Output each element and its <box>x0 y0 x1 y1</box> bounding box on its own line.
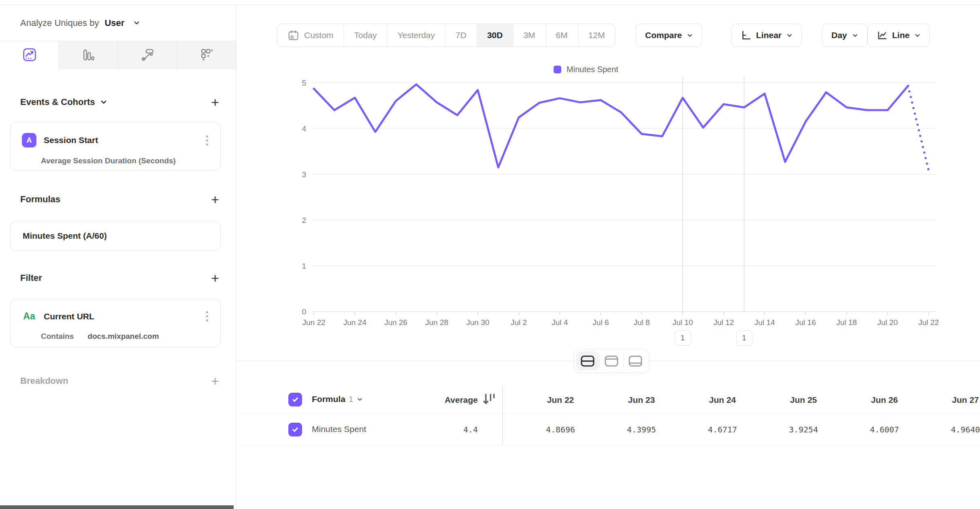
column-header-date[interactable]: Jun 26 <box>844 395 925 405</box>
chevron-down-icon[interactable] <box>133 19 140 26</box>
row-series-label: Minutes Spent <box>312 424 366 434</box>
chart-only-view-button[interactable] <box>600 351 623 370</box>
select-all-checkbox[interactable] <box>288 393 302 406</box>
x-tick-label: Jul 6 <box>592 318 609 327</box>
column-header-date[interactable]: Jun 25 <box>763 395 844 405</box>
table-header-row: Formula 1 Average Jun 22Jun 23Jun 24Jun … <box>236 385 980 414</box>
filter-card[interactable]: Aa Current URL Contains docs.mixpanel.co… <box>10 299 221 347</box>
table-only-view-button[interactable] <box>624 351 647 370</box>
events-cohorts-label[interactable]: Events & Cohorts <box>20 97 95 107</box>
column-header-average[interactable]: Average <box>398 395 478 405</box>
line-chart-area[interactable]: Minutes Spent 012345Jun 22Jun 24Jun 26Ju… <box>236 53 980 355</box>
chart-style-label: Line <box>892 30 910 40</box>
filter-property[interactable]: Current URL <box>44 312 94 321</box>
range-custom[interactable]: Custom <box>277 24 344 47</box>
scale-button[interactable]: Linear <box>731 24 802 47</box>
formula-card[interactable]: Minutes Spent (A/60) <box>10 221 221 251</box>
filter-operator[interactable]: Contains <box>41 332 74 341</box>
range-6m[interactable]: 6M <box>546 24 578 47</box>
range-7d[interactable]: 7D <box>445 24 477 47</box>
tab-flows[interactable] <box>118 41 177 69</box>
formula-expression[interactable]: Minutes Spent (A/60) <box>11 221 220 250</box>
granularity-button[interactable]: Day <box>822 24 867 47</box>
compare-label: Compare <box>645 30 682 40</box>
column-header-date[interactable]: Jun 22 <box>520 395 601 405</box>
chart-only-view-icon <box>604 355 619 367</box>
formulas-label: Formulas <box>20 194 60 205</box>
filter-value[interactable]: docs.mixpanel.com <box>87 332 159 341</box>
chevron-down-icon <box>852 32 858 38</box>
tab-retention[interactable] <box>177 41 236 69</box>
column-header-date[interactable]: Jun 24 <box>682 395 763 405</box>
range-12m[interactable]: 12M <box>578 24 615 47</box>
y-tick-label: 2 <box>302 216 306 225</box>
formulas-heading: Formulas + <box>0 191 236 208</box>
chevron-down-icon <box>914 32 920 38</box>
line-chart[interactable]: 012345Jun 22Jun 24Jun 26Jun 28Jun 30Jul … <box>236 53 980 355</box>
add-formula-button[interactable]: + <box>211 193 219 205</box>
x-tick-label: Jul 4 <box>552 318 568 327</box>
events-cohorts-heading: Events & Cohorts + <box>0 94 236 111</box>
kebab-menu-icon[interactable] <box>205 310 210 323</box>
add-event-button[interactable]: + <box>211 96 219 108</box>
calendar-icon <box>288 30 299 41</box>
formula-group-header[interactable]: Formula 1 <box>312 394 363 404</box>
event-card[interactable]: A Session Start Average Session Duration… <box>10 122 221 171</box>
add-filter-button[interactable]: + <box>211 272 219 284</box>
scale-label: Linear <box>756 30 782 40</box>
check-icon <box>292 396 299 403</box>
add-breakdown-button[interactable]: + <box>211 375 219 387</box>
retention-grid-icon <box>200 48 214 63</box>
cell-value: 4.8696 <box>520 425 601 434</box>
x-tick-label: Jun 28 <box>425 318 448 327</box>
y-tick-label: 1 <box>302 262 306 270</box>
y-tick-label: 0 <box>302 308 306 316</box>
analyze-uniques-header: Analyze Uniques by User <box>0 5 236 41</box>
analyze-uniques-value[interactable]: User <box>104 18 124 28</box>
range-3m[interactable]: 3M <box>513 24 545 47</box>
sidebar-horizontal-scrollbar[interactable] <box>0 505 234 509</box>
range-today[interactable]: Today <box>344 24 387 47</box>
y-tick-label: 3 <box>302 170 306 179</box>
x-tick-label: Jun 22 <box>302 318 325 327</box>
row-average-value: 4.4 <box>398 425 478 434</box>
column-header-date[interactable]: Jun 27 <box>925 395 980 405</box>
check-icon <box>292 426 299 433</box>
tab-line-chart[interactable] <box>0 41 59 69</box>
linear-axis-icon <box>741 30 751 41</box>
column-header-date[interactable]: Jun 23 <box>601 395 682 405</box>
row-checkbox[interactable] <box>288 423 302 436</box>
x-tick-label: Jul 18 <box>836 318 857 327</box>
x-tick-label: Jul 2 <box>511 318 527 327</box>
date-range-picker: CustomTodayYesterday7D30D3M6M12M <box>277 24 616 47</box>
x-tick-label: Jul 20 <box>877 318 898 327</box>
flows-icon <box>141 48 155 63</box>
string-property-icon: Aa <box>22 311 36 322</box>
cell-value: 4.6007 <box>844 425 925 434</box>
filter-label: Filter <box>20 273 42 283</box>
table-row[interactable]: Minutes Spent 4.4 4.86964.39954.67173.92… <box>236 414 980 445</box>
tab-bar-chart[interactable] <box>59 41 118 69</box>
range-yesterday[interactable]: Yesterday <box>387 24 445 47</box>
split-view-button[interactable] <box>576 351 599 370</box>
compare-button[interactable]: Compare <box>636 24 702 47</box>
series-line <box>314 84 908 167</box>
range-30d[interactable]: 30D <box>477 24 513 47</box>
x-tick-label: Jul 16 <box>795 318 816 327</box>
kebab-menu-icon[interactable] <box>205 134 210 147</box>
filter-heading: Filter + <box>0 269 236 287</box>
event-title[interactable]: Session Start <box>44 135 98 145</box>
sort-descending-icon[interactable] <box>482 393 496 408</box>
annotation-count-badge[interactable]: 1 <box>736 330 752 346</box>
chart-type-tabs <box>0 41 236 69</box>
event-measurement[interactable]: Average Session Duration (Seconds) <box>11 148 220 176</box>
x-tick-label: Jun 24 <box>343 318 366 327</box>
cell-value: 3.9254 <box>763 425 844 434</box>
cell-value: 4.3995 <box>601 425 682 434</box>
chevron-down-icon[interactable] <box>100 98 107 106</box>
chart-style-button[interactable]: Line <box>867 24 930 47</box>
annotation-count-badge[interactable]: 1 <box>675 330 691 346</box>
layout-toggle <box>574 349 649 372</box>
x-tick-label: Jun 26 <box>384 318 407 327</box>
cell-value: 4.6717 <box>682 425 763 434</box>
